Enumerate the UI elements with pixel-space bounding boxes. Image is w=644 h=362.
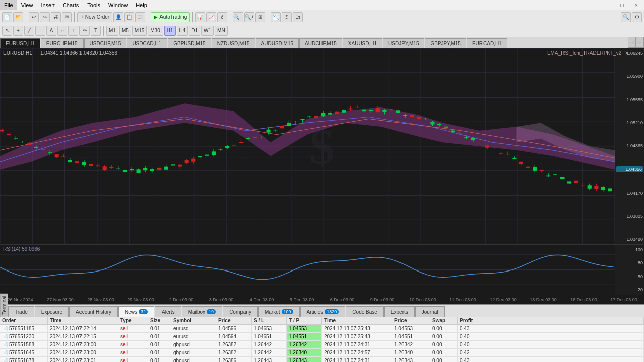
tab-journal[interactable]: Journal <box>415 306 445 317</box>
main-chart[interactable]: EURUSD,H1 1.04341 1.04366 1.04320 1.0435… <box>0 48 644 244</box>
chart-tab-10[interactable]: GBPJPY,M15 <box>425 38 466 48</box>
menu-window[interactable]: Window <box>104 0 132 10</box>
menu-view[interactable]: View <box>17 0 37 10</box>
cell-type: sell <box>118 333 148 340</box>
win-minimize[interactable]: _ <box>602 0 613 10</box>
col-swap[interactable]: Swap <box>430 317 458 324</box>
col-tp[interactable]: T / P <box>287 317 322 324</box>
col-symbol[interactable]: Symbol <box>171 317 216 324</box>
tb-arrow[interactable]: ↑ <box>68 26 78 36</box>
tf-mn[interactable]: MN <box>215 26 228 36</box>
col-price[interactable]: Price <box>216 317 252 324</box>
menu-insert[interactable]: Insert <box>37 0 59 10</box>
terminal-label[interactable]: Terminal <box>0 294 8 317</box>
chart-tab-5[interactable]: NZDUSD,M15 <box>212 38 255 48</box>
chart-tab-2[interactable]: USDCHF,M15 <box>84 38 127 48</box>
chart-tab-1[interactable]: EURCHF,M15 <box>41 38 84 48</box>
tab-company[interactable]: Company <box>223 306 258 317</box>
cell-time: 2024.12.13 07:22:14 <box>48 325 118 332</box>
tb-fibo[interactable]: ↔ <box>57 26 67 36</box>
tb-open[interactable]: 📂 <box>13 12 23 22</box>
tab-exposure[interactable]: Exposure <box>35 306 69 317</box>
tb-new-chart[interactable]: 📄 <box>2 12 12 22</box>
tb-draw2[interactable]: ✏ <box>79 26 90 36</box>
tab-experts[interactable]: Experts <box>384 306 415 317</box>
tb-grid[interactable]: ⊞ <box>255 12 265 22</box>
win-restore[interactable]: □ <box>616 0 628 10</box>
new-order-icon: + <box>80 14 84 20</box>
tb-zoom-out[interactable]: 🔍− <box>233 12 243 22</box>
tb-account[interactable]: 👤 <box>113 12 123 22</box>
tb-redo[interactable]: ↪ <box>40 12 50 22</box>
tb-zoom-in[interactable]: 🔍+ <box>244 12 254 22</box>
tf-m30[interactable]: M30 <box>148 26 163 36</box>
tb-news[interactable]: 📰 <box>135 12 145 22</box>
tf-w1[interactable]: W1 <box>201 26 214 36</box>
tb-candle-chart[interactable]: 🕯 <box>217 12 227 22</box>
col-close-price[interactable]: Price <box>392 317 430 324</box>
date-8: 6 Dec 03:00 <box>322 297 362 302</box>
tf-h1[interactable]: H1 <box>164 26 176 36</box>
tb-undo[interactable]: ↩ <box>29 12 39 22</box>
chart-tab-7[interactable]: AUDCHF,M15 <box>299 38 342 48</box>
tab-codebase[interactable]: Code Base <box>346 306 383 317</box>
chart-tab-9[interactable]: USDJPY,M15 <box>383 38 424 48</box>
tb-hline[interactable]: — <box>35 26 45 36</box>
tf-h4[interactable]: H4 <box>177 26 188 36</box>
tb-line-chart[interactable]: 📈 <box>206 12 216 22</box>
tb-cursor[interactable]: ↖ <box>2 26 12 36</box>
tf-m15[interactable]: M15 <box>132 26 147 36</box>
col-close-time[interactable]: Time <box>322 317 392 324</box>
tb-period[interactable]: ⏱ <box>282 12 292 22</box>
col-order[interactable]: Order <box>0 317 48 324</box>
chart-tab-next[interactable]: ▶ <box>636 37 644 48</box>
tf-d1[interactable]: D1 <box>189 26 200 36</box>
chart-tab-6[interactable]: AUDUSD,M15 <box>256 38 299 48</box>
tab-mailbox[interactable]: Mailbox 19 <box>182 306 222 317</box>
new-order-button[interactable]: + New Order <box>77 12 112 22</box>
tab-articles[interactable]: Articles 1820 <box>300 306 346 317</box>
col-time[interactable]: Time <box>48 317 118 324</box>
tb-template[interactable]: 🗂 <box>293 12 303 22</box>
tb-line[interactable]: ╱ <box>24 26 34 36</box>
tab-trade[interactable]: Trade <box>8 306 34 317</box>
chart-tab-11[interactable]: EURCAD,H1 <box>467 38 507 48</box>
tb-print[interactable]: 🖨 <box>51 12 61 22</box>
indicator-close-icon[interactable]: ✕ <box>625 50 629 56</box>
tb-crosshair[interactable]: + <box>13 26 23 36</box>
win-close[interactable]: × <box>631 0 642 10</box>
tb-email[interactable]: ✉ <box>62 12 72 22</box>
col-size[interactable]: Size <box>148 317 171 324</box>
menu-file[interactable]: File <box>0 0 17 10</box>
chart-tab-scroll[interactable]: ◀ ▶ <box>628 37 644 48</box>
menu-help[interactable]: Help <box>132 0 151 10</box>
chart-tab-8[interactable]: XAUUSD,H1 <box>343 38 382 48</box>
menu-tools[interactable]: Tools <box>83 0 104 10</box>
tb-text[interactable]: A <box>46 26 56 36</box>
price-chart-canvas[interactable] <box>0 48 615 244</box>
tab-account-history[interactable]: Account History <box>69 306 118 317</box>
tf-m1[interactable]: M1 <box>106 26 118 36</box>
tf-m5[interactable]: M5 <box>119 26 131 36</box>
col-sl[interactable]: S / L <box>252 317 287 324</box>
tab-market[interactable]: Market 109 <box>258 306 300 317</box>
autotrading-button[interactable]: ▶ AutoTrading <box>151 12 190 22</box>
tb-font[interactable]: T <box>91 26 101 36</box>
toolbar-main: 📄 📂 ↩ ↪ 🖨 ✉ + New Order 👤 📋 📰 ▶ AutoTrad… <box>0 10 644 24</box>
tab-news[interactable]: News 32 <box>118 306 154 317</box>
tb-search[interactable]: 🔍 <box>621 12 631 22</box>
tb-history[interactable]: 📋 <box>124 12 134 22</box>
chart-tab-3[interactable]: USDCAD,H1 <box>127 38 167 48</box>
col-profit[interactable]: Profit <box>458 317 644 324</box>
price-3: 1.05555 <box>616 97 643 102</box>
chart-tab-4[interactable]: GBPUSD,M15 <box>168 38 211 48</box>
menu-charts[interactable]: Charts <box>59 0 83 10</box>
chart-tab-prev[interactable]: ◀ <box>628 37 636 48</box>
tab-alerts[interactable]: Alerts <box>155 306 181 317</box>
tb-indicator[interactable]: 📉 <box>271 12 281 22</box>
col-type[interactable]: Type <box>118 317 148 324</box>
tb-bar-chart[interactable]: 📊 <box>195 12 205 22</box>
tb-settings-right[interactable]: ⚙ <box>632 12 642 22</box>
chart-tab-0[interactable]: EURUSD,H1 <box>0 38 40 48</box>
cell-size: 0.01 <box>148 333 171 340</box>
